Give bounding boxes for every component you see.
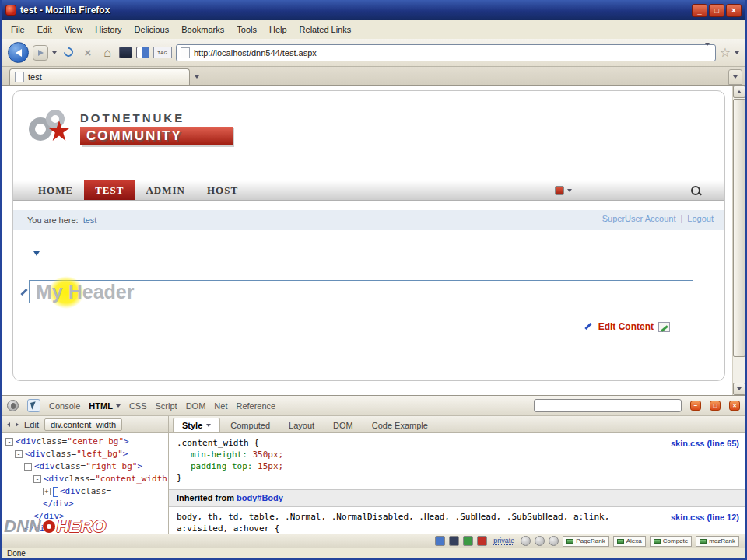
firebug-tab-css[interactable]: CSS xyxy=(129,401,147,411)
firebug-edit-button[interactable]: Edit xyxy=(24,420,39,429)
split-view-addon-icon[interactable] xyxy=(136,47,149,58)
module-title-field[interactable]: My Header xyxy=(29,280,693,303)
search-icon[interactable] xyxy=(690,185,701,196)
tree-node-selected[interactable]: + <div class= xyxy=(43,485,168,498)
scroll-down-button[interactable] xyxy=(733,383,745,395)
side-tab-code-example[interactable]: Code Example xyxy=(363,418,437,432)
tree-node[interactable]: - <div class="right_bg"> xyxy=(24,460,168,473)
history-dropdown-icon[interactable] xyxy=(52,51,57,54)
nav-back-icon[interactable] xyxy=(7,422,10,427)
minimize-button[interactable]: _ xyxy=(692,4,707,17)
inspect-element-icon[interactable] xyxy=(27,399,40,412)
close-button[interactable]: × xyxy=(726,4,742,17)
back-button[interactable] xyxy=(8,42,29,63)
pagerank-badge[interactable]: PageRank xyxy=(563,536,608,547)
url-dropdown-button[interactable] xyxy=(700,43,711,63)
expand-icon[interactable]: + xyxy=(43,488,51,495)
nav-test[interactable]: TEST xyxy=(84,180,135,200)
collapse-icon[interactable]: - xyxy=(33,475,41,483)
reload-button[interactable] xyxy=(61,46,76,59)
url-text[interactable]: http://localhost/dnn544/test.aspx xyxy=(194,48,696,58)
side-tab-layout[interactable]: Layout xyxy=(280,418,323,432)
tree-node[interactable]: </div> xyxy=(43,498,168,510)
side-tab-dom[interactable]: DOM xyxy=(324,418,362,432)
collapse-icon[interactable]: - xyxy=(5,438,13,446)
side-tab-style[interactable]: Style xyxy=(173,418,220,432)
delicious-tag-icon[interactable]: TAG xyxy=(153,47,172,58)
firebug-tab-script[interactable]: Script xyxy=(156,401,177,411)
addon-status-icon[interactable] xyxy=(535,536,545,546)
menu-tools[interactable]: Tools xyxy=(230,23,263,37)
firebug-tab-html[interactable]: HTML xyxy=(89,401,121,411)
collapse-icon[interactable]: - xyxy=(24,463,32,471)
forward-button[interactable] xyxy=(33,45,48,61)
css-property[interactable]: padding-top: 15px; xyxy=(177,460,654,472)
tree-node[interactable]: - <div class="left_bg"> xyxy=(15,448,168,460)
tab-test[interactable]: test xyxy=(9,68,190,85)
nav-host[interactable]: HOST xyxy=(196,180,249,200)
module-title-text[interactable]: My Header xyxy=(30,281,134,303)
tree-node[interactable]: - <div class="content_width"> xyxy=(33,473,168,485)
firebug-detach-button[interactable]: □ xyxy=(710,401,721,411)
inherited-element-link[interactable]: body#Body xyxy=(237,493,283,502)
vertical-scrollbar[interactable] xyxy=(732,86,745,395)
list-all-tabs-button[interactable] xyxy=(728,69,742,85)
language-selector[interactable] xyxy=(555,186,572,195)
firebug-icon[interactable] xyxy=(7,400,19,411)
bookmark-dropdown-icon[interactable] xyxy=(735,51,739,54)
tree-node[interactable]: - <div class="center_bg"> xyxy=(5,436,168,448)
firebug-minimize-button[interactable]: − xyxy=(690,401,701,411)
edit-content-label[interactable]: Edit Content xyxy=(598,321,654,332)
pane-dropdown-icon[interactable] xyxy=(33,251,40,256)
firebug-tab-dom[interactable]: DOM xyxy=(186,401,206,411)
inherited-from-divider: Inherited from body#Body xyxy=(169,489,745,507)
side-tab-computed[interactable]: Computed xyxy=(222,418,279,432)
css-source-link[interactable]: skin.css (line 12) xyxy=(671,512,739,523)
edit-pencil-icon[interactable] xyxy=(19,287,30,297)
menu-related-links[interactable]: Related Links xyxy=(293,23,358,37)
screenshot-addon-icon[interactable] xyxy=(119,47,132,58)
alexa-badge[interactable]: Alexa xyxy=(613,536,646,547)
home-button[interactable]: ⌂ xyxy=(100,46,115,60)
addon-icon[interactable] xyxy=(477,536,487,546)
scroll-up-button[interactable] xyxy=(733,86,745,98)
nav-admin[interactable]: ADMIN xyxy=(135,180,196,200)
edit-content-link[interactable]: Edit Content xyxy=(584,321,670,332)
firebug-search-input[interactable] xyxy=(534,399,682,412)
maximize-button[interactable]: □ xyxy=(709,4,724,17)
superuser-account-link[interactable]: SuperUser Account xyxy=(602,214,676,223)
firebug-tab-net[interactable]: Net xyxy=(214,401,227,411)
addon-icon[interactable] xyxy=(449,536,459,546)
menu-view[interactable]: View xyxy=(58,23,89,37)
css-source-link[interactable]: skin.css (line 65) xyxy=(671,438,739,450)
selected-element-path[interactable]: div.content_width xyxy=(44,418,122,431)
menu-history[interactable]: History xyxy=(89,23,128,37)
addon-icon[interactable] xyxy=(435,536,445,546)
scrollbar-thumb[interactable] xyxy=(733,99,745,357)
url-bar[interactable]: http://localhost/dnn544/test.aspx xyxy=(176,44,716,61)
mozrank-badge[interactable]: mozRank xyxy=(696,536,739,547)
addon-status-icon[interactable] xyxy=(549,536,559,546)
firebug-tab-console[interactable]: Console xyxy=(49,401,80,411)
menu-file[interactable]: File xyxy=(5,23,31,37)
stop-button[interactable]: × xyxy=(80,46,96,59)
logout-link[interactable]: Logout xyxy=(687,214,714,223)
firebug-close-button[interactable]: × xyxy=(729,401,740,411)
private-mode-link[interactable]: private xyxy=(493,537,514,545)
collapse-icon[interactable]: - xyxy=(15,450,23,458)
menu-edit[interactable]: Edit xyxy=(31,23,58,37)
tab-dropdown-button[interactable] xyxy=(190,68,203,85)
edit-mode-icon[interactable] xyxy=(658,322,670,332)
addon-status-icon[interactable] xyxy=(521,536,531,546)
addon-icon[interactable] xyxy=(463,536,473,546)
breadcrumb-page-link[interactable]: test xyxy=(83,215,97,225)
menu-help[interactable]: Help xyxy=(263,23,293,37)
compete-badge[interactable]: Compete xyxy=(650,536,692,547)
bookmark-star-button[interactable]: ☆ xyxy=(720,45,731,60)
nav-forward-icon[interactable] xyxy=(16,422,19,427)
menu-bookmarks[interactable]: Bookmarks xyxy=(175,23,230,37)
nav-home[interactable]: HOME xyxy=(27,180,84,200)
menu-delicious[interactable]: Delicious xyxy=(128,23,176,37)
firebug-tab-reference[interactable]: Reference xyxy=(236,401,275,411)
css-property[interactable]: min-height: 350px; xyxy=(177,449,654,460)
